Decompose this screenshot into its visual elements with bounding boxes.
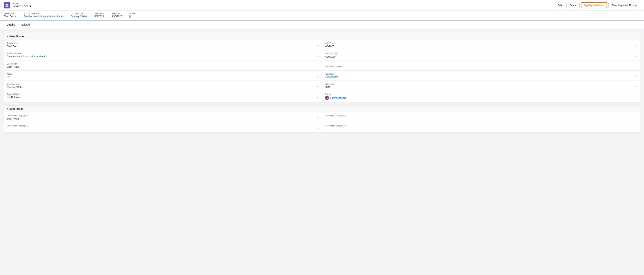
- promotion-link[interactable]: P-00000893: [325, 76, 338, 78]
- identification-section-header[interactable]: ▾ Identification: [4, 33, 640, 40]
- sales-org-edit-icon[interactable]: ✎: [635, 86, 637, 88]
- field-owner: Owner FD Fatima Daniels: [322, 91, 640, 102]
- description-section-header[interactable]: ▾ Description: [4, 106, 640, 112]
- header-subtitle: Activity: [12, 2, 31, 5]
- header-left: Activity Shelf Focus: [4, 2, 31, 9]
- field-sales-org: Sales Org 0001 ✎: [322, 81, 640, 91]
- header-actions: Edit Delete Update Job Lists Show Captur…: [554, 3, 640, 8]
- show-captured-pictures-button[interactable]: Show Captured Pictures: [608, 3, 640, 8]
- header: Activity Shelf Focus Edit Delete Update …: [0, 0, 644, 11]
- identification-section: ▾ Identification Activity Name Shelf Foc…: [4, 33, 640, 103]
- update-job-lists-button[interactable]: Update Job Lists: [581, 3, 607, 8]
- activity-template-field-link[interactable]: Standard audit for compliance checks: [7, 55, 47, 58]
- desc-lang-3-edit-icon[interactable]: ✎: [317, 127, 319, 130]
- app-icon: [4, 2, 10, 9]
- field-active: Active ✓ ✎: [4, 71, 322, 81]
- field-approval-state: Approval State Not Relevant ✎: [4, 91, 322, 102]
- tab-related[interactable]: Related: [18, 21, 33, 29]
- identification-chevron-icon: ▾: [7, 35, 8, 38]
- identification-section-title: Identification: [9, 35, 25, 38]
- header-title: Shelf Focus: [12, 5, 31, 8]
- tab-details[interactable]: Details: [4, 21, 18, 29]
- summary-bar: Description Shelf Focus Activity Templat…: [0, 11, 644, 21]
- summary-valid-thru: Valid Thru 4/30/2028: [112, 12, 122, 18]
- summary-description: Description Shelf Focus: [4, 12, 16, 18]
- header-title-group: Activity Shelf Focus: [12, 2, 31, 8]
- summary-activity-template: Activity Template Standard audit for com…: [24, 12, 64, 18]
- valid-from-edit-icon[interactable]: ✎: [635, 45, 637, 47]
- field-desc-lang-4: Description Language 4: [322, 122, 640, 133]
- active-checkbox: ✓: [7, 76, 9, 78]
- field-visit-template: Visit Template Grocery / Sales ✎: [4, 81, 322, 91]
- field-valid-thru: Valid Thru i 4/30/2028 ✎: [322, 50, 640, 61]
- active-edit-icon[interactable]: ✎: [317, 75, 319, 78]
- field-promotion: Promotion P-00000893 ✎: [322, 71, 640, 81]
- active-checkbox-summary: ✓: [130, 15, 132, 18]
- valid-thru-edit-icon[interactable]: ✎: [635, 55, 637, 58]
- field-activity-name: Activity Name Shelf Focus ✎: [4, 40, 322, 50]
- field-valid-from: Valid From 4/3/2023 ✎: [322, 40, 640, 50]
- visit-template-link[interactable]: Grocery / Sales: [71, 15, 87, 18]
- summary-active: Active ✓: [130, 12, 135, 18]
- description-chevron-icon: ▾: [7, 108, 8, 110]
- field-field-sales-activity: Field Sales Activity: [322, 61, 640, 71]
- visit-template-field-link[interactable]: Grocery / Sales: [7, 86, 23, 88]
- activity-name-edit-icon[interactable]: ✎: [317, 45, 319, 47]
- svg-rect-0: [6, 4, 6, 5]
- field-desc-lang-1: Description Language 1 Shelf Focus ✎: [4, 112, 322, 122]
- avatar: FD: [325, 96, 329, 100]
- summary-valid-from: Valid From 4/3/2023: [94, 12, 104, 18]
- description-section-title: Description: [9, 107, 24, 110]
- delete-button[interactable]: Delete: [566, 3, 580, 8]
- edit-button[interactable]: Edit: [554, 3, 565, 8]
- promotion-edit-icon[interactable]: ✎: [635, 75, 637, 78]
- svg-rect-2: [6, 6, 6, 7]
- activity-template-edit-icon[interactable]: ✎: [317, 55, 319, 58]
- description-section: ▾ Description Description Language 1 She…: [4, 105, 640, 133]
- description-fields: Description Language 1 Shelf Focus ✎ Des…: [4, 112, 640, 133]
- field-activity-template: Activity Template Standard audit for com…: [4, 50, 322, 61]
- identification-fields: Activity Name Shelf Focus ✎ Valid From 4…: [4, 40, 640, 102]
- approval-state-edit-icon[interactable]: ✎: [317, 97, 319, 99]
- field-desc-lang-2: Description Language 2: [322, 112, 640, 122]
- valid-thru-info-icon[interactable]: i: [335, 52, 337, 55]
- main-content: ▾ Identification Activity Name Shelf Foc…: [0, 29, 644, 140]
- field-description: Description Shelf Focus: [4, 61, 322, 71]
- owner-link[interactable]: Fatima Daniels: [330, 97, 346, 99]
- field-desc-lang-3: Description Language 3 ✎: [4, 122, 322, 133]
- desc-lang-1-edit-icon[interactable]: ✎: [317, 117, 319, 120]
- tabs-bar: Details Related: [0, 21, 644, 29]
- visit-template-edit-icon[interactable]: ✎: [317, 86, 319, 88]
- activity-template-link[interactable]: Standard audit for compliance checks: [24, 15, 64, 18]
- svg-rect-1: [7, 4, 8, 5]
- svg-rect-3: [7, 6, 8, 7]
- summary-visit-template: Visit Template Grocery / Sales: [71, 12, 87, 18]
